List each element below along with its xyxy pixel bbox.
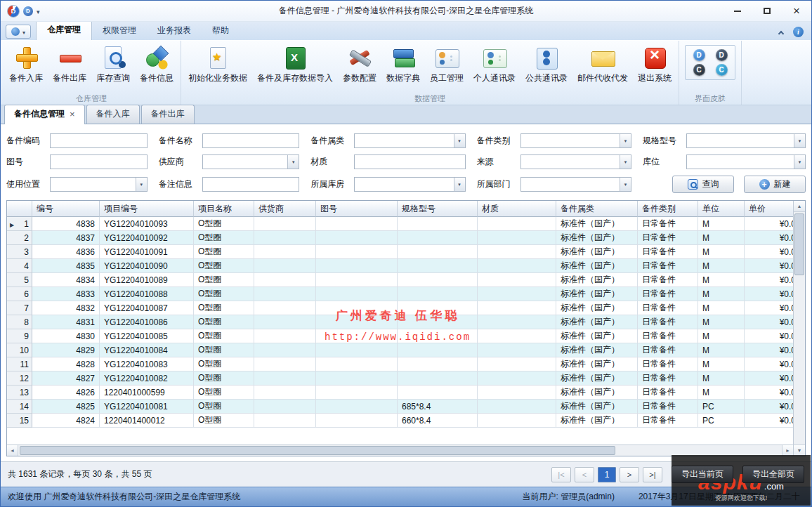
spec-model-combobox[interactable] [686, 133, 806, 148]
parts-info-button[interactable]: 备件信息 [135, 43, 178, 86]
grid-cell-category[interactable]: 标准件（国产） [556, 245, 638, 259]
grid-cell-drawing-no[interactable] [316, 245, 398, 259]
chevron-down-icon[interactable] [620, 178, 631, 191]
grid-cell-unit[interactable]: M [698, 301, 745, 315]
grid-cell-supplier[interactable] [254, 357, 316, 371]
grid-cell-project-name[interactable]: O型圈 [194, 217, 254, 231]
next-page-button[interactable]: > [620, 467, 639, 482]
supplier-combo-input[interactable] [203, 155, 288, 169]
grid-cell-category[interactable]: 标准件（国产） [556, 357, 638, 371]
grid-cell-supplier[interactable] [254, 287, 316, 301]
grid-cell-supplier[interactable] [254, 217, 316, 231]
grid-cell-category[interactable]: 标准件（国产） [556, 343, 638, 357]
close-button[interactable] [782, 1, 811, 21]
grid-cell-project-name[interactable]: O型圈 [194, 414, 254, 428]
scroll-left-icon[interactable] [7, 445, 18, 456]
grid-cell-id[interactable]: 4833 [32, 287, 100, 301]
column-header-spec-model[interactable]: 规格型号 [398, 201, 478, 217]
personal-contacts-button[interactable]: 个人通讯录 [469, 43, 520, 86]
grid-cell-project-name[interactable]: O型圈 [194, 245, 254, 259]
grid-cell-type[interactable]: 日常备件 [638, 231, 698, 245]
grid-cell-id[interactable]: 4830 [32, 329, 100, 343]
grid-cell-id[interactable]: 4828 [32, 357, 100, 371]
table-row[interactable]: 84831YG12204010086O型圈标准件（国产）日常备件M¥0.0 [7, 315, 793, 329]
source-combobox[interactable] [520, 154, 631, 169]
chevron-down-icon[interactable] [794, 134, 805, 147]
grid-cell-unit[interactable]: M [698, 245, 745, 259]
grid-cell-price[interactable]: ¥0.0 [745, 329, 793, 343]
grid-cell-unit[interactable]: M [698, 315, 745, 329]
grid-cell-spec-model[interactable] [398, 315, 478, 329]
drawing-no-input[interactable] [50, 154, 148, 169]
column-header-type[interactable]: 备件类别 [638, 201, 698, 217]
table-row[interactable]: 54834YG12204010089O型圈标准件（国产）日常备件M¥0.0 [7, 273, 793, 287]
material-input[interactable] [354, 154, 465, 169]
grid-cell-project-name[interactable]: O型圈 [194, 343, 254, 357]
grid-cell-category[interactable]: 标准件（国产） [556, 315, 638, 329]
grid-cell-type[interactable]: 日常备件 [638, 259, 698, 273]
grid-cell-drawing-no[interactable] [316, 343, 398, 357]
grid-cell-id[interactable]: 4825 [32, 400, 100, 414]
column-header-category[interactable]: 备件属类 [556, 201, 638, 217]
grid-cell-price[interactable]: ¥0.0 [745, 343, 793, 357]
public-contacts-button[interactable]: 公共通讯录 [520, 43, 572, 86]
grid-cell-drawing-no[interactable] [316, 273, 398, 287]
grid-cell-type[interactable]: 日常备件 [638, 357, 698, 371]
table-row[interactable]: 64833YG12204010088O型圈标准件（国产）日常备件M¥0.0 [7, 287, 793, 301]
supplier-combobox[interactable] [202, 154, 300, 169]
grid-cell-material[interactable] [478, 357, 556, 371]
parts-stock-import-button[interactable]: 备件及库存数据导入 [252, 43, 338, 86]
column-header-unit[interactable]: 单位 [698, 201, 745, 217]
grid-cell-project-no[interactable]: YG12204010092 [100, 231, 194, 245]
stock-location-combobox[interactable] [686, 154, 806, 169]
table-row[interactable]: 1348261220401000599O型圈标准件（国产）日常备件M¥0.0 [7, 386, 793, 400]
grid-cell-type[interactable]: 日常备件 [638, 343, 698, 357]
grid-cell-category[interactable]: 标准件（国产） [556, 273, 638, 287]
grid-cell-drawing-no[interactable] [316, 287, 398, 301]
grid-cell-type[interactable]: 日常备件 [638, 273, 698, 287]
grid-cell-type[interactable]: 日常备件 [638, 400, 698, 414]
grid-cell-price[interactable]: ¥0.0 [745, 273, 793, 287]
table-row[interactable]: 44835YG12204010090O型圈标准件（国产）日常备件M¥0.0 [7, 259, 793, 273]
grid-cell-id[interactable]: 4837 [32, 231, 100, 245]
init-business-data-button[interactable]: 初始化业务数据 [183, 43, 252, 86]
usage-position-combo-input[interactable] [51, 178, 136, 191]
grid-cell-spec-model[interactable] [398, 217, 478, 231]
stock-location-combo-input[interactable] [687, 155, 794, 169]
doc-tab-parts-outbound[interactable]: 备件出库 [141, 105, 195, 124]
grid-cell-unit[interactable]: M [698, 357, 745, 371]
grid-cell-supplier[interactable] [254, 231, 316, 245]
grid-cell-supplier[interactable] [254, 315, 316, 329]
column-header-material[interactable]: 材质 [478, 201, 556, 217]
grid-cell-type[interactable]: 日常备件 [638, 329, 698, 343]
table-row[interactable]: 124827YG12204010082O型圈标准件（国产）日常备件M¥0.0 [7, 371, 793, 386]
grid-cell-drawing-no[interactable] [316, 231, 398, 245]
grid-cell-id[interactable]: 4832 [32, 301, 100, 315]
grid-cell-material[interactable] [478, 259, 556, 273]
column-header-supplier[interactable]: 供货商 [254, 201, 316, 217]
grid-cell-project-no[interactable]: 1220401400012 [100, 414, 194, 428]
grid-cell-price[interactable]: ¥0.0 [745, 414, 793, 428]
grid-cell-id[interactable]: 4836 [32, 245, 100, 259]
ribbon-tab-permission[interactable]: 权限管理 [92, 22, 147, 40]
grid-cell-unit[interactable]: M [698, 329, 745, 343]
grid-cell-id[interactable]: 4834 [32, 273, 100, 287]
scroll-up-icon[interactable] [794, 201, 805, 212]
skin-navy-icon[interactable] [716, 49, 728, 61]
skin-blue-icon[interactable] [693, 49, 705, 61]
table-row[interactable]: 24837YG12204010092O型圈标准件（国产）日常备件M¥0.0 [7, 231, 793, 245]
column-header-id[interactable]: 编号 [32, 201, 100, 217]
department-combobox[interactable] [520, 177, 631, 192]
chevron-down-icon[interactable] [620, 155, 631, 169]
part-type-combo-input[interactable] [521, 134, 620, 147]
grid-cell-type[interactable]: 日常备件 [638, 245, 698, 259]
grid-cell-project-no[interactable]: YG12204010090 [100, 259, 194, 273]
grid-cell-price[interactable]: ¥0.0 [745, 231, 793, 245]
parameter-config-button[interactable]: 参数配置 [338, 43, 381, 86]
grid-cell-drawing-no[interactable] [316, 315, 398, 329]
maximize-button[interactable] [752, 1, 782, 21]
grid-cell-price[interactable]: ¥0.0 [745, 287, 793, 301]
grid-cell-unit[interactable]: M [698, 371, 745, 386]
data-dictionary-button[interactable]: 数据字典 [381, 43, 425, 86]
vertical-scroll-thumb[interactable] [794, 213, 804, 275]
